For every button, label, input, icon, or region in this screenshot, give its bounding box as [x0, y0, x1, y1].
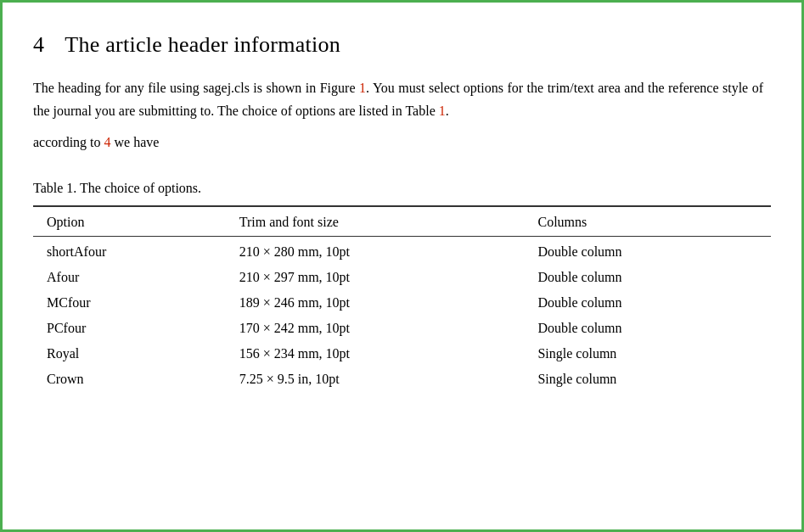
cell-trim: 189 × 246 mm, 10pt: [239, 290, 538, 316]
cell-option: shortAfour: [33, 236, 239, 265]
table-section: Table 1. The choice of options. Option T…: [33, 178, 771, 392]
options-table: Option Trim and font size Columns shortA…: [33, 205, 771, 392]
cell-trim: 156 × 234 mm, 10pt: [239, 341, 538, 367]
cell-columns: Double column: [537, 236, 771, 265]
cell-columns: Double column: [537, 290, 771, 316]
col-header-option: Option: [33, 206, 239, 237]
page-container: 4The article header information The head…: [0, 0, 804, 532]
table-row: PCfour170 × 242 mm, 10ptDouble column: [33, 316, 771, 341]
figure-ref-1[interactable]: 1: [359, 81, 366, 95]
table-body: shortAfour210 × 280 mm, 10ptDouble colum…: [33, 236, 771, 392]
section-heading: 4The article header information: [33, 28, 771, 61]
col-header-columns: Columns: [537, 206, 771, 237]
body-paragraph-2: according to 4 we have: [33, 131, 763, 154]
cell-columns: Single column: [537, 341, 771, 367]
cell-trim: 170 × 242 mm, 10pt: [239, 316, 538, 341]
cell-option: Crown: [33, 367, 239, 392]
table-row: Royal156 × 234 mm, 10ptSingle column: [33, 341, 771, 367]
cell-trim: 210 × 297 mm, 10pt: [239, 265, 538, 290]
body-paragraph-1: The heading for any file using sagej.cls…: [33, 76, 763, 122]
table-row: MCfour189 × 246 mm, 10ptDouble column: [33, 290, 771, 316]
section-ref-4[interactable]: 4: [104, 135, 111, 149]
cell-option: MCfour: [33, 290, 239, 316]
section-title: The article header information: [65, 32, 340, 57]
table-caption-label: Table 1.: [33, 181, 76, 195]
table-row: Afour210 × 297 mm, 10ptDouble column: [33, 265, 771, 290]
cell-option: PCfour: [33, 316, 239, 341]
cell-trim: 210 × 280 mm, 10pt: [239, 236, 538, 265]
section-number: 4: [33, 32, 44, 57]
table-ref-1[interactable]: 1: [439, 104, 446, 118]
cell-trim: 7.25 × 9.5 in, 10pt: [239, 367, 538, 392]
cell-columns: Double column: [537, 265, 771, 290]
cell-columns: Single column: [537, 367, 771, 392]
table-caption: Table 1. The choice of options.: [33, 178, 771, 199]
col-header-trim: Trim and font size: [239, 206, 538, 237]
table-caption-text: The choice of options.: [76, 181, 201, 195]
table-top-rule: Option Trim and font size Columns: [33, 206, 771, 237]
cell-option: Afour: [33, 265, 239, 290]
table-row: Crown7.25 × 9.5 in, 10ptSingle column: [33, 367, 771, 392]
table-row: shortAfour210 × 280 mm, 10ptDouble colum…: [33, 236, 771, 265]
cell-columns: Double column: [537, 316, 771, 341]
cell-option: Royal: [33, 341, 239, 367]
